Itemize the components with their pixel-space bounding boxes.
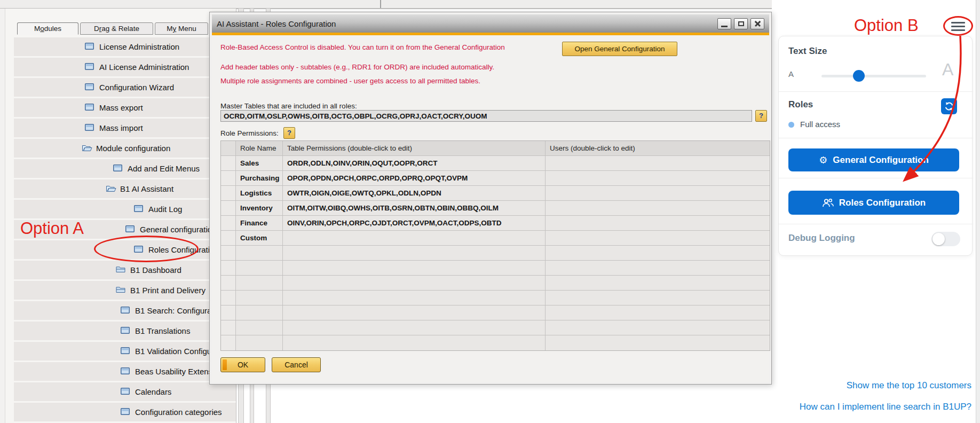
cell-tables[interactable] [283,246,546,260]
cell-users[interactable] [546,171,770,185]
cell-users[interactable] [546,335,770,350]
sidebar-item-b1-print-and-delivery[interactable]: B1 Print and Delivery [14,281,236,300]
suggestion-link-top-customers[interactable]: Show me the top 10 customers [847,380,971,391]
tab-drag-relate[interactable]: Drag & Relate [80,22,153,35]
row-selector[interactable] [221,261,236,275]
cell-users[interactable] [546,216,770,230]
cancel-button[interactable]: Cancel [272,357,321,372]
cell-role[interactable]: Inventory [236,201,283,215]
row-selector[interactable] [221,201,236,215]
cell-users[interactable] [546,186,770,200]
row-selector[interactable] [221,216,236,230]
cell-role[interactable] [236,246,283,260]
sidebar-item-mass-import[interactable]: Mass import [14,119,236,137]
table-row-sales[interactable]: SalesORDR,ODLN,OINV,ORIN,OQUT,OOPR,ORCT [221,156,770,171]
sidebar-item-b1-validation-configuration[interactable]: B1 Validation Configuration [14,342,236,361]
column-header-selector[interactable] [221,141,236,155]
cell-role[interactable]: Sales [236,156,283,170]
cell-role[interactable]: Finance [236,216,283,230]
sidebar-item-ai-license-administration[interactable]: AI License Administration [14,58,236,76]
sidebar-item-license-administration[interactable]: License Administration [14,37,236,56]
cell-tables[interactable] [283,276,546,290]
table-row-logistics[interactable]: LogisticsOWTR,OIGN,OIGE,OWTQ,OPKL,ODLN,O… [221,186,770,201]
roles-configuration-button[interactable]: Roles Configuration [788,191,959,215]
row-selector[interactable] [221,171,236,185]
cell-tables[interactable]: ORDR,ODLN,OINV,ORIN,OQUT,OOPR,ORCT [283,156,546,170]
open-general-configuration-button[interactable]: Open General Configuration [562,42,677,56]
sidebar-item-configuration-categories[interactable]: Configuration categories [14,403,236,421]
row-selector[interactable] [221,306,236,320]
sidebar-item-b1-ai-assistant[interactable]: B1 AI Assistant [14,179,236,198]
master-tables-help-button[interactable]: ? [755,110,767,122]
master-tables-input[interactable] [220,110,752,122]
table-row-purchasing[interactable]: PurchasingOPOR,OPDN,OPCH,ORPC,ORPD,OPRQ,… [221,171,770,186]
row-selector[interactable] [221,156,236,170]
cell-role[interactable] [236,335,283,350]
cell-users[interactable] [546,231,770,245]
cell-users[interactable] [546,246,770,260]
table-row-custom[interactable]: Custom [221,231,770,246]
cell-tables[interactable] [283,306,546,320]
suggestion-link-line-search[interactable]: How can I implement line search in B1UP? [800,402,971,412]
column-header-table[interactable]: Table Permissions (double-click to edit) [283,141,546,155]
table-row-empty[interactable] [221,261,770,276]
minimize-button[interactable] [717,18,731,29]
text-size-slider-track[interactable] [821,75,926,77]
sidebar-item-configuration-wizard[interactable]: Configuration Wizard [14,78,236,97]
table-row-finance[interactable]: FinanceOINV,ORIN,OPCH,ORPC,OJDT,ORCT,OVP… [221,216,770,231]
debug-logging-toggle[interactable] [931,232,960,246]
cell-tables[interactable] [283,261,546,275]
sidebar-item-add-and-edit-menus[interactable]: Add and Edit Menus [14,159,236,178]
maximize-button[interactable] [734,18,748,29]
tab-my-menu[interactable]: My Menu [155,22,208,35]
sidebar-item-b1-search-configuration[interactable]: B1 Search: Configuration [14,301,236,320]
cell-tables[interactable] [283,320,546,335]
role-permissions-help-button[interactable]: ? [283,127,295,139]
row-selector[interactable] [221,335,236,350]
cell-tables[interactable]: OPOR,OPDN,OPCH,ORPC,ORPD,OPRQ,OPQT,OVPM [283,171,546,185]
sidebar-item-audit-log[interactable]: Audit Log [14,200,236,218]
sidebar-item-calendars[interactable]: Calendars [14,382,236,401]
cell-users[interactable] [546,201,770,215]
cell-tables[interactable]: OITM,OITW,OIBQ,OWHS,OITB,OSRN,OBTN,OBIN,… [283,201,546,215]
cell-users[interactable] [546,291,770,305]
sidebar-item-beas-usability-extension[interactable]: Beas Usability Extension [14,362,236,381]
cell-users[interactable] [546,306,770,320]
table-row-empty[interactable] [221,306,770,320]
cell-role[interactable]: Purchasing [236,171,283,185]
general-configuration-button[interactable]: ⚙ General Configuration [788,148,959,171]
row-selector[interactable] [221,276,236,290]
cell-role[interactable] [236,306,283,320]
text-size-slider-thumb[interactable] [853,70,865,82]
table-row-empty[interactable] [221,320,770,335]
cell-tables[interactable]: OINV,ORIN,OPCH,ORPC,OJDT,ORCT,OVPM,OACT,… [283,216,546,230]
tab-modules[interactable]: Modules [17,22,78,35]
sidebar-item-module-configuration[interactable]: Module configuration [14,139,236,158]
column-header-users[interactable]: Users (double-click to edit) [546,141,770,155]
cell-role[interactable] [236,291,283,305]
dialog-titlebar[interactable]: AI Assistant - Roles Configuration [212,14,769,33]
row-selector[interactable] [221,186,236,200]
cell-users[interactable] [546,261,770,275]
sidebar-item-b1-translations[interactable]: B1 Translations [14,322,236,340]
table-row-empty[interactable] [221,276,770,291]
row-selector[interactable] [221,231,236,245]
sidebar-item-mass-export[interactable]: Mass export [14,98,236,117]
row-selector[interactable] [221,291,236,305]
cell-users[interactable] [546,156,770,170]
table-row-inventory[interactable]: InventoryOITM,OITW,OIBQ,OWHS,OITB,OSRN,O… [221,201,770,216]
table-row-empty[interactable] [221,335,770,350]
cell-role[interactable] [236,320,283,335]
ok-button[interactable]: OK [220,357,265,372]
row-selector[interactable] [221,246,236,260]
cell-role[interactable]: Custom [236,231,283,245]
cell-role[interactable] [236,261,283,275]
cell-tables[interactable]: OWTR,OIGN,OIGE,OWTQ,OPKL,ODLN,OPDN [283,186,546,200]
refresh-roles-button[interactable] [941,98,957,114]
row-selector[interactable] [221,320,236,335]
sidebar-item-b1-dashboard[interactable]: B1 Dashboard [14,261,236,279]
hamburger-menu-icon[interactable] [951,22,965,31]
cell-users[interactable] [546,276,770,290]
column-header-role[interactable]: Role Name [236,141,283,155]
cell-users[interactable] [546,320,770,335]
